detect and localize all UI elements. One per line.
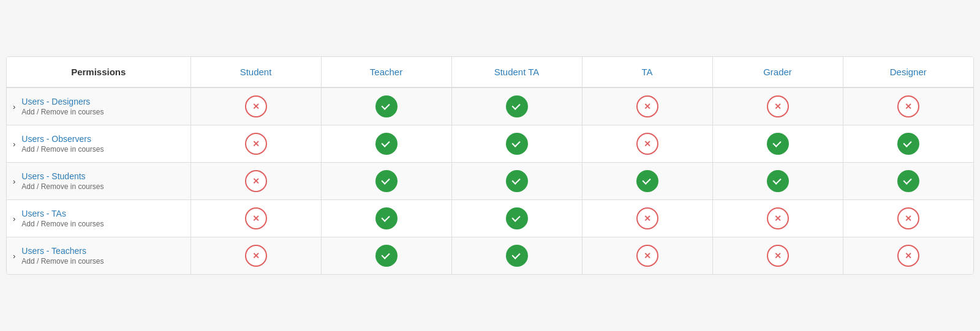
expand-chevron[interactable]: › (13, 177, 15, 186)
permission-title: Users - Teachers (21, 246, 104, 256)
x-icon (767, 95, 789, 117)
permission-cell: › Users - Students Add / Remove in cours… (7, 163, 190, 200)
check-icon (897, 170, 919, 192)
permission-subtitle: Add / Remove in courses (21, 257, 104, 266)
teacher-column-header: Teacher (321, 57, 451, 87)
table-row: › Users - Teachers Add / Remove in cours… (7, 237, 973, 275)
icon-cell-row1-col4 (712, 125, 843, 163)
check-icon (375, 207, 398, 229)
icon-cell-row4-col4 (712, 237, 843, 275)
permissions-table: Permissions Student Teacher Student TA T… (7, 57, 973, 274)
icon-cell-row3-col0 (190, 200, 321, 237)
x-icon (636, 133, 658, 155)
icon-cell-row4-col3 (582, 237, 712, 275)
expand-chevron[interactable]: › (13, 251, 15, 261)
table-row: › Users - Students Add / Remove in cours… (7, 163, 973, 200)
icon-cell-row4-col0 (190, 237, 321, 275)
grader-column-header: Grader (712, 57, 843, 87)
x-icon (636, 207, 658, 229)
x-icon (245, 207, 267, 229)
icon-cell-row2-col4 (712, 163, 843, 200)
icon-cell-row0-col1 (321, 87, 451, 125)
check-icon (506, 95, 528, 117)
table-row: › Users - Designers Add / Remove in cour… (7, 87, 973, 125)
permissions-column-header: Permissions (7, 57, 190, 87)
check-icon (375, 95, 398, 117)
permission-title: Users - Designers (21, 97, 104, 106)
icon-cell-row2-col0 (190, 163, 321, 200)
check-icon (897, 133, 919, 155)
x-icon (245, 170, 267, 192)
check-icon (506, 245, 528, 267)
check-icon (767, 133, 789, 155)
x-icon (636, 245, 658, 267)
icon-cell-row2-col3 (582, 163, 712, 200)
permission-title: Users - Observers (21, 134, 104, 144)
check-icon (506, 207, 528, 229)
icon-cell-row3-col3 (582, 200, 712, 237)
icon-cell-row4-col2 (451, 237, 582, 275)
icon-cell-row1-col1 (321, 125, 451, 163)
icon-cell-row4-col5 (843, 237, 973, 275)
permission-title: Users - TAs (21, 209, 104, 218)
permission-cell: › Users - Designers Add / Remove in cour… (7, 87, 190, 125)
x-icon (636, 95, 658, 117)
check-icon (767, 170, 789, 192)
permission-subtitle: Add / Remove in courses (21, 145, 104, 154)
x-icon (767, 245, 789, 267)
expand-chevron[interactable]: › (13, 214, 15, 223)
icon-cell-row0-col3 (582, 87, 712, 125)
x-icon (245, 133, 267, 155)
permission-cell: › Users - Observers Add / Remove in cour… (7, 125, 190, 163)
x-icon (767, 207, 789, 229)
icon-cell-row0-col2 (451, 87, 582, 125)
x-icon (897, 245, 919, 267)
check-icon (636, 170, 658, 192)
icon-cell-row0-col5 (843, 87, 973, 125)
icon-cell-row2-col1 (321, 163, 451, 200)
table-row: › Users - TAs Add / Remove in courses (7, 200, 973, 237)
icon-cell-row1-col2 (451, 125, 582, 163)
x-icon (245, 245, 267, 267)
permission-title: Users - Students (21, 171, 104, 181)
expand-chevron[interactable]: › (13, 102, 15, 111)
student-ta-column-header: Student TA (451, 57, 582, 87)
icon-cell-row3-col1 (321, 200, 451, 237)
x-icon (245, 95, 267, 117)
icon-cell-row1-col3 (582, 125, 712, 163)
permission-subtitle: Add / Remove in courses (21, 182, 104, 191)
student-column-header: Student (190, 57, 321, 87)
permission-subtitle: Add / Remove in courses (21, 108, 104, 116)
designer-column-header: Designer (843, 57, 973, 87)
permissions-table-wrapper: Permissions Student Teacher Student TA T… (6, 56, 974, 275)
x-icon (897, 207, 919, 229)
icon-cell-row2-col2 (451, 163, 582, 200)
icon-cell-row3-col4 (712, 200, 843, 237)
permission-cell: › Users - TAs Add / Remove in courses (7, 200, 190, 237)
check-icon (375, 133, 398, 155)
icon-cell-row0-col0 (190, 87, 321, 125)
icon-cell-row3-col2 (451, 200, 582, 237)
check-icon (506, 133, 528, 155)
permission-subtitle: Add / Remove in courses (21, 220, 104, 228)
table-row: › Users - Observers Add / Remove in cour… (7, 125, 973, 163)
icon-cell-row4-col1 (321, 237, 451, 275)
permission-cell: › Users - Teachers Add / Remove in cours… (7, 237, 190, 275)
icon-cell-row0-col4 (712, 87, 843, 125)
icon-cell-row1-col0 (190, 125, 321, 163)
expand-chevron[interactable]: › (13, 139, 15, 149)
icon-cell-row3-col5 (843, 200, 973, 237)
ta-column-header: TA (582, 57, 712, 87)
x-icon (897, 95, 919, 117)
check-icon (375, 245, 398, 267)
icon-cell-row1-col5 (843, 125, 973, 163)
check-icon (375, 170, 398, 192)
check-icon (506, 170, 528, 192)
icon-cell-row2-col5 (843, 163, 973, 200)
